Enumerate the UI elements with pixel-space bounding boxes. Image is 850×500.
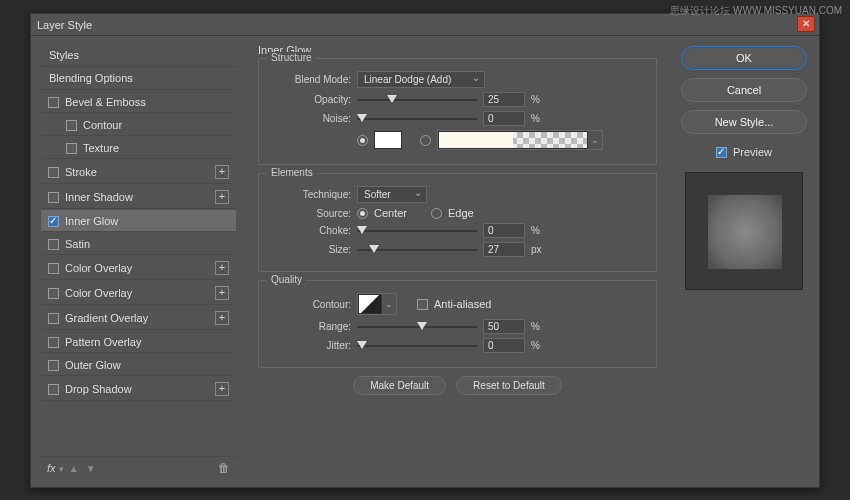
noise-input[interactable]: 0 bbox=[483, 111, 525, 126]
make-default-button[interactable]: Make Default bbox=[353, 376, 446, 395]
layer-style-dialog: Layer Style ✕ Styles Blending Options Be… bbox=[30, 13, 820, 488]
add-effect-icon[interactable]: + bbox=[215, 311, 229, 325]
sidebar-item-color-overlay[interactable]: Color Overlay+ bbox=[41, 256, 236, 280]
sidebar-styles-header[interactable]: Styles bbox=[41, 44, 236, 67]
style-checkbox[interactable] bbox=[48, 384, 59, 395]
fx-dropdown-icon[interactable]: ▾ bbox=[59, 464, 64, 474]
style-label: Color Overlay bbox=[65, 262, 132, 274]
style-checkbox[interactable] bbox=[48, 337, 59, 348]
technique-select[interactable]: Softer bbox=[357, 186, 427, 203]
style-checkbox[interactable] bbox=[48, 167, 59, 178]
sidebar-item-gradient-overlay[interactable]: Gradient Overlay+ bbox=[41, 306, 236, 330]
sidebar-item-pattern-overlay[interactable]: Pattern Overlay bbox=[41, 331, 236, 353]
style-checkbox[interactable] bbox=[48, 288, 59, 299]
opacity-slider[interactable] bbox=[357, 94, 477, 106]
style-label: Outer Glow bbox=[65, 359, 121, 371]
sidebar-item-inner-glow[interactable]: Inner Glow bbox=[41, 210, 236, 232]
gradient-swatch[interactable] bbox=[438, 131, 588, 149]
sidebar-item-texture[interactable]: Texture bbox=[41, 137, 236, 159]
styles-sidebar: Styles Blending Options Bevel & EmbossCo… bbox=[31, 36, 246, 487]
add-effect-icon[interactable]: + bbox=[215, 261, 229, 275]
gradient-dropdown-icon[interactable]: ⌄ bbox=[588, 135, 602, 145]
sidebar-item-bevel-emboss[interactable]: Bevel & Emboss bbox=[41, 91, 236, 113]
opacity-input[interactable]: 25 bbox=[483, 92, 525, 107]
blendmode-select[interactable]: Linear Dodge (Add) bbox=[357, 71, 485, 88]
style-checkbox[interactable] bbox=[48, 192, 59, 203]
jitter-input[interactable]: 0 bbox=[483, 338, 525, 353]
choke-label: Choke: bbox=[269, 225, 351, 236]
technique-label: Technique: bbox=[269, 189, 351, 200]
sidebar-item-outer-glow[interactable]: Outer Glow bbox=[41, 354, 236, 376]
style-checkbox[interactable] bbox=[48, 239, 59, 250]
sidebar-item-stroke[interactable]: Stroke+ bbox=[41, 160, 236, 184]
sidebar-blending-options[interactable]: Blending Options bbox=[41, 67, 236, 90]
size-slider[interactable] bbox=[357, 244, 477, 256]
structure-legend: Structure bbox=[267, 52, 316, 63]
close-button[interactable]: ✕ bbox=[797, 16, 815, 32]
quality-group: Quality Contour: ⌄ Anti-aliased Range: 5… bbox=[258, 280, 657, 368]
ok-button[interactable]: OK bbox=[681, 46, 807, 70]
move-down-icon[interactable]: ▼ bbox=[86, 463, 96, 474]
antialiased-checkbox[interactable] bbox=[417, 299, 428, 310]
style-checkbox[interactable] bbox=[48, 216, 59, 227]
panel-title: Inner Glow bbox=[258, 44, 657, 56]
choke-input[interactable]: 0 bbox=[483, 223, 525, 238]
source-label: Source: bbox=[269, 208, 351, 219]
quality-legend: Quality bbox=[267, 274, 306, 285]
antialiased-label: Anti-aliased bbox=[434, 298, 491, 310]
gradient-picker[interactable]: ⌄ bbox=[437, 130, 603, 150]
size-input[interactable]: 27 bbox=[483, 242, 525, 257]
style-checkbox[interactable] bbox=[48, 360, 59, 371]
cancel-button[interactable]: Cancel bbox=[681, 78, 807, 102]
style-checkbox[interactable] bbox=[48, 263, 59, 274]
sidebar-item-drop-shadow[interactable]: Drop Shadow+ bbox=[41, 377, 236, 401]
contour-label: Contour: bbox=[269, 299, 351, 310]
choke-unit: % bbox=[531, 225, 549, 236]
add-effect-icon[interactable]: + bbox=[215, 165, 229, 179]
new-style-button[interactable]: New Style... bbox=[681, 110, 807, 134]
source-edge-radio[interactable] bbox=[431, 208, 442, 219]
range-slider[interactable] bbox=[357, 321, 477, 333]
range-label: Range: bbox=[269, 321, 351, 332]
style-checkbox[interactable] bbox=[66, 120, 77, 131]
style-label: Texture bbox=[83, 142, 119, 154]
style-checkbox[interactable] bbox=[48, 97, 59, 108]
gradient-radio[interactable] bbox=[420, 135, 431, 146]
style-label: Color Overlay bbox=[65, 287, 132, 299]
sidebar-item-color-overlay[interactable]: Color Overlay+ bbox=[41, 281, 236, 305]
sidebar-item-satin[interactable]: Satin bbox=[41, 233, 236, 255]
style-label: Drop Shadow bbox=[65, 383, 132, 395]
sidebar-item-inner-shadow[interactable]: Inner Shadow+ bbox=[41, 185, 236, 209]
jitter-label: Jitter: bbox=[269, 340, 351, 351]
jitter-unit: % bbox=[531, 340, 549, 351]
preview-checkbox[interactable] bbox=[716, 147, 727, 158]
source-center-radio[interactable] bbox=[357, 208, 368, 219]
style-checkbox[interactable] bbox=[48, 313, 59, 324]
add-effect-icon[interactable]: + bbox=[215, 382, 229, 396]
range-unit: % bbox=[531, 321, 549, 332]
color-radio[interactable] bbox=[357, 135, 368, 146]
structure-group: Structure Blend Mode: Linear Dodge (Add)… bbox=[258, 58, 657, 165]
style-label: Pattern Overlay bbox=[65, 336, 141, 348]
contour-swatch[interactable] bbox=[358, 294, 382, 314]
contour-picker[interactable]: ⌄ bbox=[357, 293, 397, 315]
noise-unit: % bbox=[531, 113, 549, 124]
jitter-slider[interactable] bbox=[357, 340, 477, 352]
size-label: Size: bbox=[269, 244, 351, 255]
add-effect-icon[interactable]: + bbox=[215, 286, 229, 300]
color-swatch[interactable] bbox=[374, 131, 402, 149]
fx-menu-icon[interactable]: fx bbox=[47, 462, 56, 474]
trash-icon[interactable]: 🗑 bbox=[218, 461, 230, 475]
sidebar-item-contour[interactable]: Contour bbox=[41, 114, 236, 136]
reset-default-button[interactable]: Reset to Default bbox=[456, 376, 562, 395]
range-input[interactable]: 50 bbox=[483, 319, 525, 334]
style-label: Stroke bbox=[65, 166, 97, 178]
move-up-icon[interactable]: ▲ bbox=[69, 463, 79, 474]
noise-slider[interactable] bbox=[357, 113, 477, 125]
choke-slider[interactable] bbox=[357, 225, 477, 237]
right-pane: OK Cancel New Style... Preview bbox=[669, 36, 819, 487]
contour-dropdown-icon[interactable]: ⌄ bbox=[382, 299, 396, 309]
source-center-label: Center bbox=[374, 207, 407, 219]
style-checkbox[interactable] bbox=[66, 143, 77, 154]
add-effect-icon[interactable]: + bbox=[215, 190, 229, 204]
